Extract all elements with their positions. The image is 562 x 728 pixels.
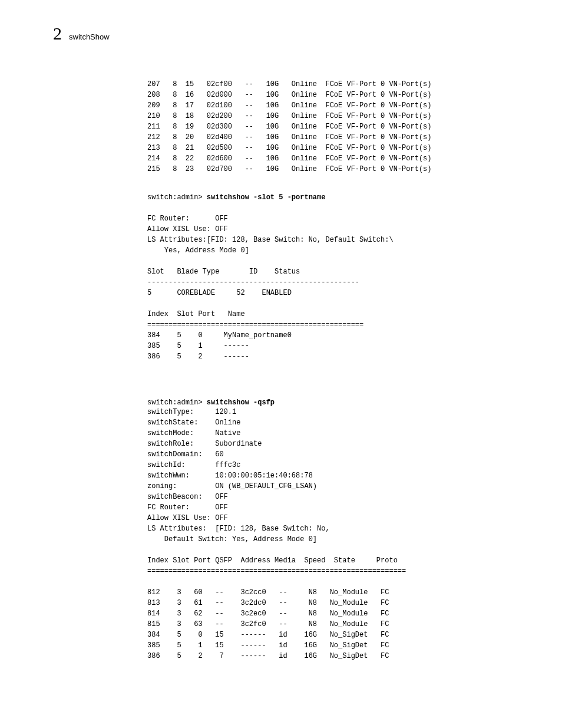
command-2-output: switchType: 120.1 switchState: Online sw… [147, 407, 515, 661]
page-header: 2 switchShow [53, 24, 515, 44]
chapter-title: switchShow [69, 32, 110, 41]
command-2: switchshow -qsfp [207, 398, 275, 407]
command-1: switchshow -slot 5 -portname [207, 193, 326, 202]
prompt-1: switch:admin> [147, 193, 207, 202]
chapter-number: 2 [53, 24, 62, 44]
command-line-1: switch:admin> switchshow -slot 5 -portna… [147, 192, 515, 202]
page-content: 207 8 15 02cf00 -- 10G Online FCoE VF-Po… [147, 79, 515, 661]
port-table-output: 207 8 15 02cf00 -- 10G Online FCoE VF-Po… [147, 79, 515, 174]
command-line-2: switch:admin> switchshow -qsfp [147, 397, 515, 407]
prompt-2: switch:admin> [147, 398, 207, 407]
command-1-output: FC Router: OFF Allow XISL Use: OFF LS At… [147, 213, 515, 362]
